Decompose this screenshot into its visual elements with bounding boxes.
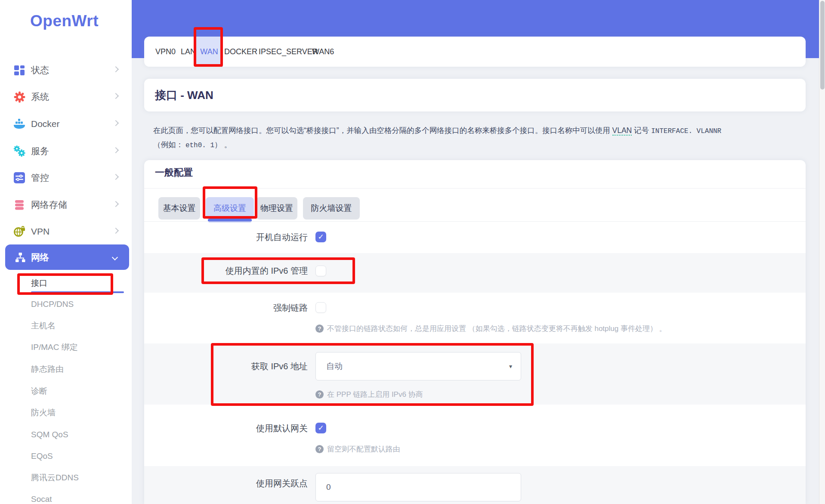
sidebar-item-status[interactable]: 状态 [0, 57, 132, 83]
divider [144, 188, 806, 189]
sidebar-subitem-firewall[interactable]: 防火墙 [31, 404, 126, 421]
obtain-ipv6-select[interactable]: 自动 ▾ [315, 352, 521, 380]
sidebar-item-label: VPN [31, 226, 49, 237]
field-label: 使用内置的 IPv6 管理 [144, 253, 308, 288]
openwrt-admin-page: 自动刷新 开 OpenWrt 状态 系统 Docker [0, 0, 825, 504]
active-submenu-underline [31, 291, 124, 293]
sidebar: OpenWrt 状态 系统 Docker 服务 [0, 0, 132, 504]
sidebar-item-docker[interactable]: Docker [0, 111, 132, 137]
database-icon [13, 198, 26, 211]
chevron-right-icon [113, 120, 119, 126]
dashboard-icon [13, 64, 26, 77]
sidebar-item-control[interactable]: 管控 [0, 164, 132, 191]
sidebar-item-label: 状态 [31, 64, 49, 76]
tab-wan6[interactable]: WAN6 [312, 37, 334, 67]
chevron-down-icon [112, 254, 118, 260]
sidebar-item-network[interactable]: 网络 [5, 244, 129, 270]
page-description: 在此页面，您可以配置网络接口。您可以勾选“桥接接口”，并输入由空格分隔的多个网络… [153, 124, 803, 152]
page-title: 接口 - WAN [155, 79, 213, 111]
form-row-force-link: 强制链路 ?不管接口的链路状态如何，总是用应用设置 （如果勾选，链路状态变更将不… [144, 293, 806, 343]
sidebar-item-system[interactable]: 系统 [0, 83, 132, 110]
tab-firewall-settings[interactable]: 防火墙设置 [303, 197, 360, 220]
sidebar-item-label: 网络存储 [31, 199, 67, 211]
description-line1: 在此页面，您可以配置网络接口。您可以勾选“桥接接口”，并输入由空格分隔的多个网络… [153, 124, 803, 138]
field-label: 使用网关跃点 [144, 466, 308, 501]
sidebar-subitem-diagnostics[interactable]: 诊断 [31, 383, 126, 400]
force-link-checkbox[interactable] [315, 302, 326, 313]
docker-icon [13, 117, 26, 130]
sidebar-subitem-socat[interactable]: Socat [31, 491, 126, 504]
sidebar-subitem-ip-mac-binding[interactable]: IP/MAC 绑定 [31, 339, 126, 356]
openwrt-logo[interactable]: OpenWrt [30, 12, 99, 30]
tab-wan-label: WAN [200, 47, 218, 56]
sidebar-item-label: Docker [31, 119, 60, 129]
gateway-metric-input[interactable] [315, 473, 521, 501]
sidebar-subitem-tencent-ddns[interactable]: 腾讯云DDNS [31, 469, 126, 486]
form-row-default-gateway: 使用默认网关 ✓ ?留空则不配置默认路由 [144, 405, 806, 466]
help-icon: ? [315, 445, 324, 453]
tab-docker[interactable]: DOCKER [224, 37, 257, 67]
form-row-bring-up-on-boot: 开机自动运行 ✓ [144, 221, 806, 253]
sidebar-subitem-static-routes[interactable]: 静态路由 [31, 361, 126, 378]
interface-vlannr-code: INTERFACE. VLANNR [651, 127, 721, 135]
form-row-builtin-ipv6: 使用内置的 IPv6 管理 [144, 253, 806, 293]
page-title-card: 接口 - WAN [144, 79, 806, 111]
section-title: 一般配置 [155, 166, 193, 179]
field-label: 获取 IPv6 地址 [144, 343, 308, 389]
tab-wan[interactable]: WAN [196, 37, 222, 67]
form-row-obtain-ipv6: 获取 IPv6 地址 自动 ▾ ?在 PPP 链路上启用 IPv6 协商 [144, 343, 806, 405]
services-icon [13, 145, 26, 158]
sidebar-item-vpn[interactable]: VPN [0, 218, 132, 245]
interface-tabs-card: VPN0 LAN WAN DOCKER IPSEC_SERVER WAN6 [144, 37, 806, 67]
scrollbar-thumb[interactable] [820, 1, 825, 90]
sidebar-item-label: 系统 [31, 91, 49, 103]
field-label: 强制链路 [144, 293, 308, 323]
sidebar-subitem-hostname[interactable]: 主机名 [31, 317, 126, 334]
vpn-globe-lock-icon [13, 225, 26, 238]
help-icon: ? [315, 390, 324, 399]
chevron-right-icon [113, 228, 119, 234]
tab-advanced-settings[interactable]: 高级设置 [206, 197, 254, 220]
sidebar-item-network-storage[interactable]: 网络存储 [0, 192, 132, 218]
field-label: 开机自动运行 [144, 221, 308, 253]
check-icon: ✓ [318, 233, 324, 241]
chevron-right-icon [113, 174, 119, 180]
sidebar-item-services[interactable]: 服务 [0, 138, 132, 164]
field-help: ?在 PPP 链路上启用 IPv6 协商 [315, 388, 423, 401]
chevron-right-icon [113, 147, 119, 153]
tab-vpn0[interactable]: VPN0 [155, 37, 176, 67]
form-row-gateway-metric: 使用网关跃点 [144, 466, 806, 504]
chevron-right-icon [113, 201, 119, 207]
field-label: 使用默认网关 [144, 405, 308, 452]
bring-up-on-boot-checkbox[interactable]: ✓ [315, 232, 326, 242]
gear-icon [13, 90, 26, 103]
sidebar-subitem-dhcp-dns[interactable]: DHCP/DNS [31, 296, 126, 313]
field-help: ?不管接口的链路状态如何，总是用应用设置 （如果勾选，链路状态变更将不再触发 h… [315, 322, 667, 335]
check-icon: ✓ [318, 424, 324, 432]
sitemap-icon [14, 251, 27, 264]
sidebar-subitem-eqos[interactable]: EQoS [31, 448, 126, 465]
sidebar-item-label: 管控 [31, 172, 49, 184]
description-line2: （例如： eth0. 1） 。 [153, 138, 803, 152]
dropdown-arrow-icon: ▾ [509, 352, 512, 380]
sidebar-subitem-interfaces[interactable]: 接口 [31, 275, 126, 292]
help-icon: ? [315, 325, 324, 333]
default-gateway-checkbox[interactable]: ✓ [315, 423, 326, 433]
chevron-right-icon [113, 66, 119, 72]
sidebar-item-label: 网络 [31, 251, 49, 263]
active-tab-underline [196, 65, 222, 67]
builtin-ipv6-checkbox[interactable] [315, 266, 326, 276]
eth0-code: eth0. 1 [185, 142, 214, 149]
chevron-right-icon [113, 93, 119, 99]
tab-basic-settings[interactable]: 基本设置 [158, 197, 200, 220]
tab-physical-settings[interactable]: 物理设置 [256, 197, 297, 220]
tab-ipsec-server[interactable]: IPSEC_SERVER [259, 37, 318, 67]
general-config-card: 一般配置 基本设置 高级设置 物理设置 防火墙设置 开机自动运行 ✓ 使用内置的… [144, 160, 806, 504]
control-sliders-icon [13, 171, 26, 184]
vlan-abbr[interactable]: VLAN [612, 126, 632, 136]
sidebar-subitem-sqm-qos[interactable]: SQM QoS [31, 426, 126, 443]
selected-value: 自动 [326, 352, 343, 380]
field-help: ?留空则不配置默认路由 [315, 442, 400, 455]
tab-lan[interactable]: LAN [181, 37, 196, 67]
page-scrollbar[interactable] [819, 0, 825, 504]
